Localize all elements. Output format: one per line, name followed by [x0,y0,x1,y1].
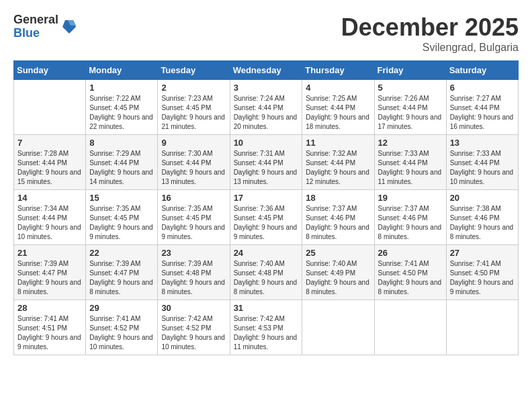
calendar-cell: 23Sunrise: 7:39 AM Sunset: 4:48 PM Dayli… [158,245,230,300]
calendar-cell: 25Sunrise: 7:40 AM Sunset: 4:49 PM Dayli… [302,245,374,300]
calendar-cell: 11Sunrise: 7:32 AM Sunset: 4:44 PM Dayli… [302,135,374,190]
day-number: 16 [161,193,226,203]
calendar-cell: 8Sunrise: 7:29 AM Sunset: 4:44 PM Daylig… [86,135,158,190]
calendar-weekday-header: Saturday [446,61,518,80]
day-number: 31 [234,303,299,313]
cell-details: Sunrise: 7:35 AM Sunset: 4:45 PM Dayligh… [89,204,154,242]
day-number: 10 [234,138,299,148]
day-number: 2 [161,83,226,93]
day-number: 7 [17,138,82,148]
calendar-cell: 15Sunrise: 7:35 AM Sunset: 4:45 PM Dayli… [86,190,158,245]
calendar-weekday-header: Sunday [14,61,86,80]
calendar-table: SundayMondayTuesdayWednesdayThursdayFrid… [13,60,519,355]
calendar-cell: 17Sunrise: 7:36 AM Sunset: 4:45 PM Dayli… [230,190,302,245]
day-number: 22 [89,248,154,258]
cell-details: Sunrise: 7:31 AM Sunset: 4:44 PM Dayligh… [234,149,299,187]
cell-details: Sunrise: 7:26 AM Sunset: 4:44 PM Dayligh… [378,94,443,132]
day-number: 5 [378,83,443,93]
cell-details: Sunrise: 7:34 AM Sunset: 4:44 PM Dayligh… [17,204,82,242]
cell-details: Sunrise: 7:40 AM Sunset: 4:48 PM Dayligh… [234,259,299,297]
calendar-week-row: 21Sunrise: 7:39 AM Sunset: 4:47 PM Dayli… [14,245,519,300]
logo: General Blue [13,13,76,40]
calendar-cell: 6Sunrise: 7:27 AM Sunset: 4:44 PM Daylig… [446,80,518,135]
day-number: 18 [306,193,370,203]
calendar-weekday-header: Thursday [302,61,374,80]
calendar-cell: 27Sunrise: 7:41 AM Sunset: 4:50 PM Dayli… [446,245,518,300]
calendar-cell: 31Sunrise: 7:42 AM Sunset: 4:53 PM Dayli… [230,300,302,355]
logo-general-text: General [13,13,58,27]
calendar-cell [446,300,518,355]
cell-details: Sunrise: 7:37 AM Sunset: 4:46 PM Dayligh… [378,204,443,242]
calendar-cell: 28Sunrise: 7:41 AM Sunset: 4:51 PM Dayli… [14,300,86,355]
cell-details: Sunrise: 7:29 AM Sunset: 4:44 PM Dayligh… [89,149,154,187]
cell-details: Sunrise: 7:42 AM Sunset: 4:52 PM Dayligh… [161,314,226,352]
cell-details: Sunrise: 7:25 AM Sunset: 4:44 PM Dayligh… [306,94,370,132]
day-number: 15 [89,193,154,203]
cell-details: Sunrise: 7:41 AM Sunset: 4:50 PM Dayligh… [378,259,443,297]
day-number: 20 [450,193,515,203]
day-number: 12 [378,138,443,148]
calendar-cell: 1Sunrise: 7:22 AM Sunset: 4:45 PM Daylig… [86,80,158,135]
calendar-cell: 26Sunrise: 7:41 AM Sunset: 4:50 PM Dayli… [374,245,446,300]
cell-details: Sunrise: 7:39 AM Sunset: 4:47 PM Dayligh… [89,259,154,297]
calendar-cell: 14Sunrise: 7:34 AM Sunset: 4:44 PM Dayli… [14,190,86,245]
day-number: 21 [17,248,82,258]
calendar-cell: 4Sunrise: 7:25 AM Sunset: 4:44 PM Daylig… [302,80,374,135]
day-number: 4 [306,83,370,93]
day-number: 30 [161,303,226,313]
calendar-cell: 10Sunrise: 7:31 AM Sunset: 4:44 PM Dayli… [230,135,302,190]
logo-icon [62,19,76,35]
location: Svilengrad, Bulgaria [341,42,519,54]
day-number: 26 [378,248,443,258]
calendar-cell: 3Sunrise: 7:24 AM Sunset: 4:44 PM Daylig… [230,80,302,135]
cell-details: Sunrise: 7:33 AM Sunset: 4:44 PM Dayligh… [378,149,443,187]
calendar-header-row: SundayMondayTuesdayWednesdayThursdayFrid… [14,61,519,80]
calendar-week-row: 1Sunrise: 7:22 AM Sunset: 4:45 PM Daylig… [14,80,519,135]
day-number: 11 [306,138,370,148]
calendar-weekday-header: Wednesday [230,61,302,80]
calendar-cell: 20Sunrise: 7:38 AM Sunset: 4:46 PM Dayli… [446,190,518,245]
title-section: December 2025 Svilengrad, Bulgaria [341,13,519,54]
calendar-cell: 2Sunrise: 7:23 AM Sunset: 4:45 PM Daylig… [158,80,230,135]
day-number: 25 [306,248,370,258]
calendar-cell: 30Sunrise: 7:42 AM Sunset: 4:52 PM Dayli… [158,300,230,355]
cell-details: Sunrise: 7:41 AM Sunset: 4:51 PM Dayligh… [17,314,82,352]
cell-details: Sunrise: 7:28 AM Sunset: 4:44 PM Dayligh… [17,149,82,187]
cell-details: Sunrise: 7:23 AM Sunset: 4:45 PM Dayligh… [161,94,226,132]
calendar-cell [374,300,446,355]
calendar-cell: 24Sunrise: 7:40 AM Sunset: 4:48 PM Dayli… [230,245,302,300]
month-title: December 2025 [341,13,519,42]
calendar-cell: 29Sunrise: 7:41 AM Sunset: 4:52 PM Dayli… [86,300,158,355]
cell-details: Sunrise: 7:33 AM Sunset: 4:44 PM Dayligh… [450,149,515,187]
page-header: General Blue December 2025 Svilengrad, B… [13,13,519,54]
day-number: 28 [17,303,82,313]
calendar-cell: 9Sunrise: 7:30 AM Sunset: 4:44 PM Daylig… [158,135,230,190]
cell-details: Sunrise: 7:39 AM Sunset: 4:48 PM Dayligh… [161,259,226,297]
calendar-weekday-header: Friday [374,61,446,80]
day-number: 1 [89,83,154,93]
day-number: 6 [450,83,515,93]
cell-details: Sunrise: 7:35 AM Sunset: 4:45 PM Dayligh… [161,204,226,242]
cell-details: Sunrise: 7:27 AM Sunset: 4:44 PM Dayligh… [450,94,515,132]
day-number: 8 [89,138,154,148]
day-number: 9 [161,138,226,148]
calendar-week-row: 7Sunrise: 7:28 AM Sunset: 4:44 PM Daylig… [14,135,519,190]
calendar-weekday-header: Monday [86,61,158,80]
day-number: 27 [450,248,515,258]
cell-details: Sunrise: 7:42 AM Sunset: 4:53 PM Dayligh… [234,314,299,352]
day-number: 19 [378,193,443,203]
day-number: 24 [234,248,299,258]
calendar-week-row: 14Sunrise: 7:34 AM Sunset: 4:44 PM Dayli… [14,190,519,245]
calendar-cell [302,300,374,355]
day-number: 14 [17,193,82,203]
cell-details: Sunrise: 7:40 AM Sunset: 4:49 PM Dayligh… [306,259,370,297]
day-number: 13 [450,138,515,148]
cell-details: Sunrise: 7:22 AM Sunset: 4:45 PM Dayligh… [89,94,154,132]
calendar-cell: 18Sunrise: 7:37 AM Sunset: 4:46 PM Dayli… [302,190,374,245]
calendar-cell [14,80,86,135]
calendar-weekday-header: Tuesday [158,61,230,80]
calendar-cell: 7Sunrise: 7:28 AM Sunset: 4:44 PM Daylig… [14,135,86,190]
logo-blue-text: Blue [13,27,58,40]
calendar-cell: 21Sunrise: 7:39 AM Sunset: 4:47 PM Dayli… [14,245,86,300]
cell-details: Sunrise: 7:24 AM Sunset: 4:44 PM Dayligh… [234,94,299,132]
